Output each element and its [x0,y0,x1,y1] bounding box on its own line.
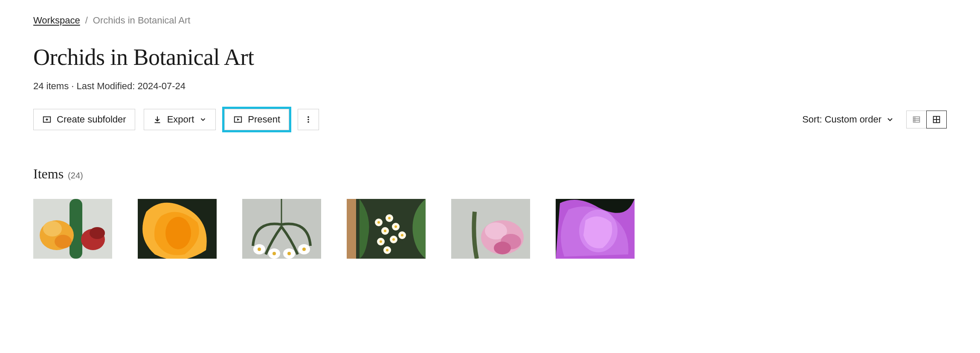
more-vertical-icon [304,115,313,124]
export-label: Export [167,114,194,125]
chevron-down-icon [886,115,894,124]
svg-point-35 [302,248,306,251]
page-title: Orchids in Botanical Art [33,44,947,70]
svg-rect-37 [347,199,356,259]
items-section-header: Items (24) [33,166,947,182]
svg-point-58 [494,242,511,254]
svg-point-32 [258,248,261,251]
download-icon [153,115,162,124]
item-thumbnail[interactable] [242,199,321,259]
sort-label: Sort: Custom order [802,114,881,125]
list-view-button[interactable] [906,111,927,128]
chevron-down-icon [199,116,207,123]
svg-point-49 [394,225,397,228]
add-folder-icon [42,115,52,124]
svg-marker-6 [237,118,240,121]
sort-dropdown[interactable]: Sort: Custom order [802,114,894,125]
item-thumbnail[interactable] [347,199,426,259]
svg-point-46 [377,221,380,224]
export-button[interactable]: Export [144,109,216,130]
create-subfolder-label: Create subfolder [57,114,126,125]
svg-point-25 [165,217,191,249]
list-icon [912,115,921,124]
toolbar: Create subfolder Export Present [33,109,947,130]
more-actions-button[interactable] [298,109,319,130]
breadcrumb-separator: / [85,15,88,26]
svg-point-23 [90,227,105,239]
breadcrumb: Workspace / Orchids in Botanical Art [33,15,947,26]
play-screen-icon [233,115,243,124]
svg-point-48 [384,230,386,232]
svg-point-53 [386,249,389,251]
item-thumbnail[interactable] [451,199,530,259]
view-toggle [906,111,947,128]
svg-point-7 [307,116,309,118]
item-thumbnail[interactable] [138,199,217,259]
toolbar-right: Sort: Custom order [802,111,947,128]
create-subfolder-button[interactable]: Create subfolder [33,109,135,130]
svg-point-20 [43,221,62,236]
toolbar-left: Create subfolder Export Present [33,109,794,130]
svg-point-50 [380,240,382,243]
svg-rect-10 [913,117,920,123]
grid-icon [932,115,941,124]
grid-view-button[interactable] [926,111,947,128]
svg-point-21 [55,235,72,248]
svg-point-33 [273,252,276,255]
svg-point-47 [388,217,391,219]
breadcrumb-root-link[interactable]: Workspace [33,15,80,26]
svg-point-34 [287,252,291,255]
svg-point-9 [307,121,309,123]
svg-point-8 [307,119,309,120]
breadcrumb-current: Orchids in Botanical Art [93,15,191,26]
items-section-count: (24) [68,171,83,181]
svg-point-51 [392,238,395,241]
item-thumbnail[interactable] [33,199,112,259]
page-meta: 24 items · Last Modified: 2024-07-24 [33,81,947,92]
present-label: Present [248,114,280,125]
present-button[interactable]: Present [224,109,289,130]
items-section-title: Items [33,166,64,182]
item-thumbnail[interactable] [556,199,635,259]
svg-point-52 [401,234,403,236]
items-grid [33,199,947,259]
